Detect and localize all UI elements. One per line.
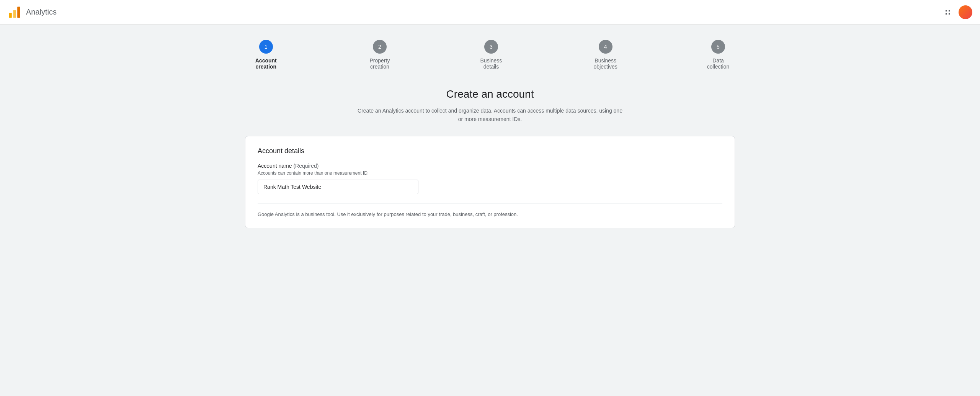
field-label: Account name (Required): [258, 163, 722, 169]
step-5: 5 Data collection: [701, 40, 735, 70]
analytics-logo-icon: [8, 5, 21, 19]
step-3-circle[interactable]: 3: [484, 40, 498, 54]
connector-2-3: [399, 48, 472, 48]
page-subtitle: Create an Analytics account to collect a…: [356, 106, 624, 124]
connector-4-5: [628, 48, 701, 48]
step-5-label: Data collection: [701, 57, 735, 70]
grid-icon[interactable]: [943, 8, 952, 17]
connector-3-4: [510, 48, 583, 48]
business-tool-note: Google Analytics is a business tool. Use…: [258, 203, 722, 217]
header-left: Analytics: [8, 5, 57, 19]
account-details-card: Account details Account name (Required) …: [245, 136, 735, 228]
page-title: Create an account: [245, 88, 735, 100]
step-5-circle[interactable]: 5: [711, 40, 725, 54]
connector-1-2: [287, 48, 360, 48]
stepper-row: 1 Account creation 2 Property creation 3: [245, 40, 735, 70]
step-2-circle[interactable]: 2: [373, 40, 387, 54]
field-hint: Accounts can contain more than one measu…: [258, 170, 722, 176]
step-1: 1 Account creation: [245, 40, 287, 70]
app-title: Analytics: [26, 8, 57, 16]
main-content: 1 Account creation 2 Property creation 3: [222, 25, 758, 250]
stepper: 1 Account creation 2 Property creation 3: [245, 40, 735, 70]
step-4: 4 Business objectives: [583, 40, 628, 70]
step-3-label: Business details: [473, 57, 510, 70]
header-right: [943, 5, 972, 19]
step-1-label: Account creation: [245, 57, 287, 70]
step-4-circle[interactable]: 4: [599, 40, 612, 54]
header: Analytics: [0, 0, 980, 25]
field-required-text: (Required): [293, 163, 318, 169]
svg-rect-1: [13, 10, 16, 18]
card-title: Account details: [258, 147, 722, 155]
page-heading: Create an account Create an Analytics ac…: [245, 88, 735, 124]
svg-rect-2: [17, 7, 20, 18]
step-3: 3 Business details: [473, 40, 510, 70]
step-1-circle[interactable]: 1: [259, 40, 273, 54]
account-name-field: Account name (Required) Accounts can con…: [258, 163, 722, 194]
avatar[interactable]: [959, 5, 972, 19]
step-2: 2 Property creation: [360, 40, 399, 70]
svg-rect-0: [9, 13, 12, 18]
account-name-input[interactable]: [258, 180, 418, 194]
step-4-label: Business objectives: [583, 57, 628, 70]
step-2-label: Property creation: [360, 57, 399, 70]
